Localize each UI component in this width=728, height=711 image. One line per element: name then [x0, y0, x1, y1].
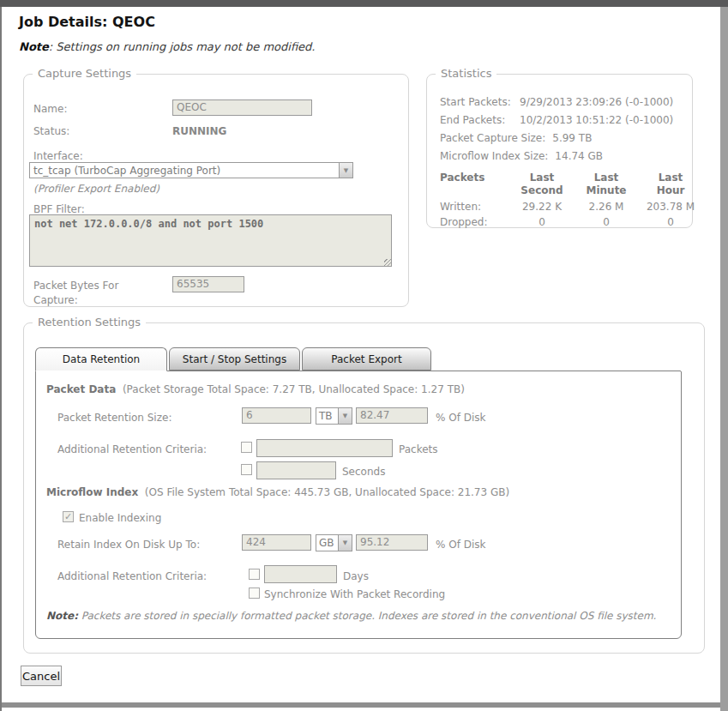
stat-row: End Packets: 10/2/2013 10:51:22 (-0-1000… [440, 114, 673, 126]
stat-value: 14.74 GB [555, 150, 603, 162]
table-cell: 0 [639, 216, 702, 228]
retention-settings-legend: Retention Settings [33, 316, 146, 328]
unit-selected-option: GB [316, 537, 338, 549]
packets-criteria-input[interactable] [256, 439, 393, 457]
table-cell: 29.22 K [510, 201, 574, 213]
packets-criteria-checkbox[interactable] [241, 442, 252, 453]
bpf-filter-textarea[interactable]: not net 172.0.0.0/8 and not port 1500 [29, 214, 392, 267]
cancel-button[interactable]: Cancel [21, 666, 62, 686]
pct-of-disk-label: % Of Disk [436, 539, 485, 551]
table-row-label: Dropped: [440, 216, 510, 228]
storage-note: Note: Packets are stored in specially fo… [46, 610, 656, 622]
additional-retention-label: Additional Retention Criteria: [57, 570, 207, 582]
chevron-down-icon[interactable]: ▼ [338, 408, 352, 424]
stat-label: Microflow Index Size: [440, 150, 548, 162]
job-details-page: Job Details: QEOC Note: Settings on runn… [0, 0, 728, 711]
packet-bytes-label: Packet Bytes For Capture: [33, 279, 141, 309]
interface-selected-option: tc_tcap (TurboCap Aggregating Port) [30, 165, 339, 177]
check-icon: ✓ [64, 511, 72, 522]
table-cell: 0 [510, 216, 574, 228]
packet-data-heading: Packet Data (Packet Storage Total Space:… [46, 383, 465, 395]
days-suffix-label: Days [343, 570, 369, 582]
seconds-criteria-input[interactable] [256, 461, 336, 479]
tab-packet-export[interactable]: Packet Export [302, 347, 431, 371]
packet-retention-size-input[interactable]: 6 [242, 407, 311, 424]
data-retention-tab-panel: Packet Data (Packet Storage Total Space:… [35, 371, 682, 639]
unit-selected-option: TB [316, 410, 338, 422]
retain-index-unit-select[interactable]: GB ▼ [316, 534, 352, 551]
days-criteria-checkbox[interactable] [249, 569, 260, 580]
status-value: RUNNING [172, 125, 226, 137]
seconds-suffix-label: Seconds [342, 466, 385, 478]
table-row-label: Written: [440, 201, 510, 213]
seconds-criteria-checkbox[interactable] [241, 464, 252, 475]
tab-start-stop-settings[interactable]: Start / Stop Settings [169, 347, 300, 371]
window-top-bar [0, 0, 728, 7]
stat-row: Packet Capture Size: 5.99 TB [440, 132, 592, 144]
packet-retention-pct-input[interactable]: 82.47 [356, 407, 428, 424]
stat-label: Packet Capture Size: [440, 132, 545, 144]
profiler-export-note: (Profiler Export Enabled) [33, 183, 159, 195]
status-label: Status: [33, 125, 69, 137]
days-criteria-input[interactable] [264, 565, 337, 583]
synchronize-label: Synchronize With Packet Recording [264, 588, 445, 600]
packet-retention-size-label: Packet Retention Size: [57, 412, 171, 424]
retain-index-label: Retain Index On Disk Up To: [57, 539, 200, 551]
page-note-label: Note [19, 40, 49, 53]
chevron-down-icon[interactable]: ▼ [339, 163, 352, 178]
table-cell: 0 [574, 216, 639, 228]
stat-value: 5.99 TB [552, 132, 592, 144]
stat-label: End Packets: [440, 114, 520, 126]
retain-index-input[interactable]: 424 [242, 534, 311, 551]
interface-select[interactable]: tc_tcap (TurboCap Aggregating Port) ▼ [29, 162, 353, 178]
name-input[interactable]: QEOC [172, 99, 312, 116]
table-cell: 2.26 M [574, 201, 639, 213]
retention-settings-panel: Retention Settings Data Retention Start … [23, 322, 705, 654]
packets-suffix-label: Packets [399, 443, 438, 455]
microflow-index-heading: Microflow Index (OS File System Total Sp… [46, 486, 509, 498]
packets-table-header: Packets [440, 172, 510, 197]
tab-data-retention[interactable]: Data Retention [35, 347, 167, 371]
enable-indexing-checkbox[interactable]: ✓ [63, 511, 74, 522]
stat-value: 10/2/2013 10:51:22 (-0-1000) [520, 114, 673, 126]
stat-row: Start Packets: 9/29/2013 23:09:26 (-0-10… [440, 96, 673, 108]
packet-bytes-input[interactable]: 65535 [172, 276, 244, 292]
pct-of-disk-label: % Of Disk [436, 412, 485, 424]
statistics-panel: Statistics Start Packets: 9/29/2013 23:0… [426, 74, 693, 228]
resize-handle-icon[interactable] [384, 259, 392, 267]
packets-table: Packets Last Second Last Minute Last Hou… [440, 172, 687, 228]
stat-label: Start Packets: [440, 96, 520, 108]
window-right-edge [720, 7, 728, 711]
stat-row: Microflow Index Size: 14.74 GB [440, 150, 603, 162]
packets-table-header: Last Second [510, 172, 574, 197]
window-bottom-edge [0, 702, 728, 708]
bpf-filter-label: BPF Filter: [33, 203, 85, 215]
synchronize-checkbox[interactable] [249, 587, 260, 599]
table-cell: 203.78 M [639, 201, 702, 213]
packets-table-header: Last Hour [639, 172, 702, 197]
capture-settings-legend: Capture Settings [33, 67, 136, 80]
chevron-down-icon[interactable]: ▼ [338, 535, 352, 551]
capture-settings-panel: Capture Settings Name: QEOC Status: RUNN… [23, 74, 409, 307]
name-label: Name: [33, 103, 67, 115]
statistics-legend: Statistics [436, 67, 496, 80]
interface-label: Interface: [33, 150, 83, 162]
packet-retention-unit-select[interactable]: TB ▼ [316, 407, 352, 425]
page-note: Note: Settings on running jobs may not b… [19, 40, 315, 53]
retain-index-pct-input[interactable]: 95.12 [356, 534, 428, 551]
page-title: Job Details: QEOC [19, 14, 155, 30]
packets-table-header: Last Minute [574, 172, 639, 197]
additional-retention-label: Additional Retention Criteria: [57, 443, 207, 455]
stat-value: 9/29/2013 23:09:26 (-0-1000) [520, 96, 673, 108]
page-note-text: : Settings on running jobs may not be mo… [49, 40, 316, 53]
enable-indexing-label: Enable Indexing [79, 512, 161, 524]
window-left-edge [0, 0, 2, 711]
